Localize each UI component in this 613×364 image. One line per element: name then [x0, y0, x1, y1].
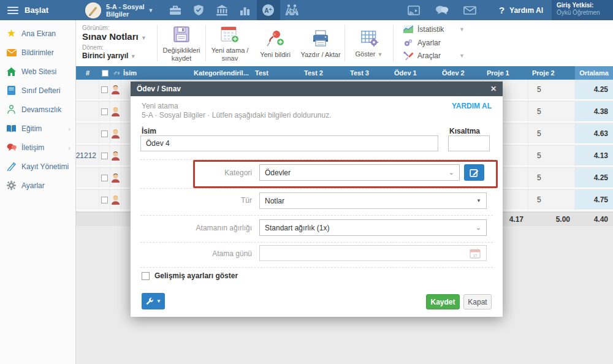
col-num[interactable]: #: [76, 66, 99, 80]
sidebar-item-settings[interactable]: Ayarlar: [0, 176, 75, 195]
row-checkbox[interactable]: [101, 175, 108, 181]
grade-cell-proje2[interactable]: 5: [528, 168, 575, 189]
student-avatar: [110, 124, 121, 145]
col-proje1[interactable]: Proje 1: [483, 66, 528, 80]
term-selector[interactable]: Birinci yarıyıl ▼: [82, 51, 150, 60]
login-role-label: Giriş Yetkisi:: [557, 2, 608, 9]
student-avatar: [110, 80, 121, 100]
notebook-icon: [6, 85, 17, 96]
col-category[interactable]: Kategorilendiril...: [190, 66, 251, 80]
sidebar-item-absence[interactable]: Devamsızlık: [0, 100, 75, 119]
grade-cell-proje2[interactable]: 5: [528, 102, 575, 123]
col-test[interactable]: Test: [251, 66, 300, 80]
dialog-titlebar[interactable]: Ödev / Sınav ✕: [131, 82, 503, 96]
sidebar-item-records[interactable]: Kayıt Yönetimi: [0, 157, 75, 176]
col-odev1[interactable]: Ödev 1: [390, 66, 438, 80]
col-average[interactable]: Ortalama: [575, 66, 613, 80]
grade-cell-proje2[interactable]: 5: [528, 80, 575, 100]
weight-select[interactable]: Standart ağırlık (1x)⌄: [259, 219, 487, 236]
sidebar-item-home[interactable]: ★ Ana Ekran: [0, 24, 75, 43]
briefcase-icon[interactable]: [164, 0, 187, 20]
class-selector[interactable]: 5-A - Sosyal Bilgiler ▼: [85, 2, 153, 18]
row-checkbox[interactable]: [101, 153, 108, 159]
row-checkbox[interactable]: [101, 108, 108, 115]
close-icon[interactable]: ✕: [490, 85, 497, 93]
abbr-field[interactable]: [448, 135, 490, 151]
shield-icon[interactable]: [187, 0, 210, 20]
grid-gear-icon: [359, 29, 379, 47]
svg-text:A⁺: A⁺: [264, 7, 272, 14]
settings-menu[interactable]: Ayarlar: [403, 39, 468, 47]
edit-icon: [470, 168, 479, 177]
gear-icon: [6, 180, 17, 191]
select-all-checkbox[interactable]: [99, 66, 110, 80]
grades-icon[interactable]: A⁺: [257, 0, 280, 20]
date-label: Atama günü: [142, 249, 252, 258]
grade-cell-proje2[interactable]: 5: [528, 190, 575, 211]
col-test3[interactable]: Test 3: [346, 66, 390, 80]
chevron-down-icon: ▼: [131, 53, 136, 59]
print-export-button[interactable]: Yazdır / Aktar: [298, 20, 343, 66]
pen-icon: [6, 161, 17, 172]
type-select[interactable]: Notlar▼: [259, 192, 487, 209]
date-field[interactable]: [259, 245, 487, 261]
name-field[interactable]: [140, 135, 438, 151]
average-cell: 4.63: [575, 124, 613, 145]
sidebar-item-education[interactable]: Eğitim ›: [0, 119, 75, 138]
chat-icon[interactable]: [428, 0, 456, 20]
start-button[interactable]: Başlat: [25, 6, 48, 15]
sidebar: ★ Ana Ekran Bildirimler Web Sitesi Sınıf…: [0, 20, 76, 364]
col-proje2[interactable]: Proje 2: [528, 66, 575, 80]
save-button[interactable]: Kaydet: [426, 294, 460, 309]
sidebar-item-communication[interactable]: İletişim ›: [0, 138, 75, 157]
category-label: Kategori: [142, 169, 252, 177]
save-changes-button[interactable]: Değişiklikleri kaydet: [159, 20, 204, 66]
row-checkbox[interactable]: [101, 131, 108, 137]
help-button[interactable]: ? Yardım Al: [499, 5, 543, 15]
row-checkbox[interactable]: [101, 86, 108, 93]
average-cell: 4.13: [575, 146, 613, 167]
abbr-label: Kısaltma: [449, 127, 480, 135]
menu-icon[interactable]: [7, 5, 18, 16]
caret-down-icon: ▼: [156, 298, 161, 304]
cast-icon[interactable]: [400, 0, 428, 20]
tools-menu[interactable]: Araçlar ▼: [403, 51, 468, 60]
show-button[interactable]: Göster ▼: [346, 20, 392, 66]
login-user-box[interactable]: Giriş Yetkisi: Öykü Öğretmen: [552, 0, 613, 20]
new-post-button[interactable]: Yeni bildiri: [253, 20, 298, 66]
summary-proje2: 5.00: [528, 213, 575, 226]
category-select[interactable]: Ödevler⌄: [259, 164, 460, 181]
tools-dropdown-button[interactable]: ▼: [142, 293, 165, 309]
average-cell: 4.25: [575, 168, 613, 189]
col-odev2[interactable]: Ödev 2: [438, 66, 483, 80]
grade-table-header: # ♂♀ İsim Kategorilendiril... Test Test …: [76, 66, 613, 80]
grade-cell-proje2[interactable]: 5: [528, 146, 575, 167]
home-icon: [6, 66, 17, 77]
statistics-menu[interactable]: İstatistik ▼: [403, 25, 468, 34]
cancel-button[interactable]: Kapat: [463, 294, 492, 309]
get-help-link[interactable]: YARDIM AL: [452, 102, 492, 110]
sidebar-item-notifications[interactable]: Bildirimler: [0, 43, 75, 62]
col-name[interactable]: İsim: [121, 66, 190, 80]
weight-label: Atamanın ağırlığı: [142, 224, 252, 232]
col-test2[interactable]: Test 2: [300, 66, 346, 80]
tools-icon: [403, 51, 413, 60]
bar-chart-icon[interactable]: [234, 0, 257, 20]
view-selector[interactable]: Sınav Notları ▼: [82, 31, 150, 42]
edit-category-button[interactable]: [464, 164, 484, 181]
sidebar-item-gradebook[interactable]: Sınıf Defteri: [0, 81, 75, 100]
institution-icon[interactable]: [210, 0, 234, 20]
sidebar-item-website[interactable]: Web Sitesi: [0, 62, 75, 81]
chevron-down-icon: ⌄: [449, 169, 454, 176]
advanced-settings-toggle[interactable]: Gelişmiş ayarları göster: [142, 271, 238, 280]
calendar-icon[interactable]: 17: [470, 248, 482, 259]
svg-text:17: 17: [473, 254, 478, 257]
mail-icon[interactable]: [456, 0, 484, 20]
advanced-checkbox[interactable]: [142, 272, 150, 280]
attendance-icon[interactable]: [280, 0, 303, 20]
grade-cell-proje2[interactable]: 5: [528, 124, 575, 145]
printer-icon: [311, 29, 330, 48]
gender-icon[interactable]: ♂♀: [110, 66, 121, 80]
row-checkbox[interactable]: [101, 197, 108, 203]
new-assignment-button[interactable]: Yeni atama / sınav: [207, 20, 253, 66]
